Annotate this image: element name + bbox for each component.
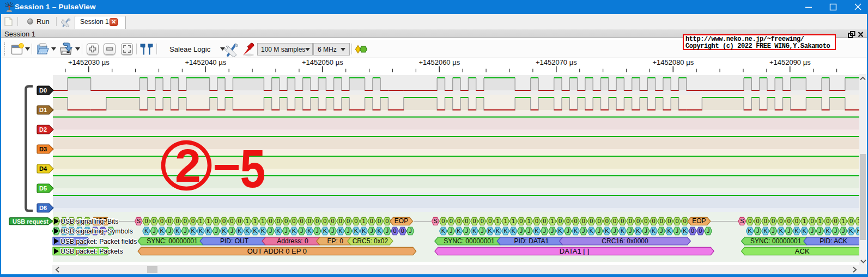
svg-text:K: K bbox=[144, 227, 149, 234]
svg-text:0: 0 bbox=[393, 227, 397, 234]
svg-text:0: 0 bbox=[473, 218, 476, 224]
svg-text:0: 0 bbox=[764, 218, 767, 224]
svg-text:K: K bbox=[779, 227, 784, 234]
svg-text:+1452070 µs: +1452070 µs bbox=[536, 58, 577, 66]
svg-text:K: K bbox=[826, 227, 830, 234]
svg-text:0: 0 bbox=[222, 218, 226, 224]
svg-text:J: J bbox=[818, 227, 822, 234]
svg-text:0: 0 bbox=[441, 218, 445, 224]
svg-text:+1452030 µs: +1452030 µs bbox=[68, 58, 110, 66]
svg-text:0: 0 bbox=[160, 218, 163, 224]
svg-text:0: 0 bbox=[284, 218, 288, 224]
svg-text:0: 0 bbox=[292, 218, 295, 224]
svg-text:USB signalling: Symbols: USB signalling: Symbols bbox=[60, 227, 133, 235]
svg-text:2: 2 bbox=[175, 139, 201, 192]
svg-text:0: 0 bbox=[810, 218, 814, 224]
svg-text:1: 1 bbox=[512, 218, 515, 224]
svg-text:USB packet: Packets: USB packet: Packets bbox=[60, 248, 123, 255]
svg-text:J: J bbox=[300, 227, 304, 234]
svg-text:0: 0 bbox=[168, 218, 171, 224]
svg-text:+1452040 µs: +1452040 µs bbox=[185, 58, 226, 66]
svg-text:1: 1 bbox=[207, 218, 210, 224]
svg-text:0: 0 bbox=[559, 218, 562, 224]
svg-text:0: 0 bbox=[779, 218, 782, 224]
svg-text:D5: D5 bbox=[39, 185, 47, 192]
svg-text:J: J bbox=[527, 227, 531, 234]
svg-text:SYNC: 00000001: SYNC: 00000001 bbox=[147, 237, 198, 245]
svg-text:1: 1 bbox=[246, 218, 249, 224]
svg-text:0: 0 bbox=[582, 218, 585, 224]
svg-text:K: K bbox=[191, 227, 195, 234]
svg-text:0: 0 bbox=[543, 218, 546, 224]
svg-text:J: J bbox=[465, 227, 469, 234]
svg-text:K: K bbox=[472, 227, 477, 234]
svg-text:0: 0 bbox=[597, 218, 600, 224]
svg-text:0: 0 bbox=[660, 218, 663, 224]
svg-text:S: S bbox=[740, 218, 744, 224]
svg-text:+1452080 µs: +1452080 µs bbox=[652, 58, 694, 66]
svg-text:J: J bbox=[582, 227, 585, 234]
svg-text:J: J bbox=[269, 227, 272, 234]
svg-text:K: K bbox=[794, 227, 799, 234]
svg-text:0: 0 bbox=[191, 218, 195, 224]
svg-text:0: 0 bbox=[315, 218, 319, 224]
svg-text:1: 1 bbox=[527, 218, 531, 224]
svg-text:0: 0 bbox=[215, 218, 218, 224]
svg-text:J: J bbox=[811, 227, 814, 234]
svg-text:K: K bbox=[590, 227, 594, 234]
svg-text:K: K bbox=[199, 227, 203, 234]
svg-text:K: K bbox=[175, 227, 180, 234]
svg-text:J: J bbox=[347, 227, 350, 234]
svg-text:K: K bbox=[488, 227, 493, 234]
svg-text:D3: D3 bbox=[39, 146, 47, 152]
svg-text:Address: 0: Address: 0 bbox=[277, 237, 308, 245]
svg-text:0: 0 bbox=[644, 218, 647, 224]
svg-text:0: 0 bbox=[450, 218, 453, 224]
svg-text:K: K bbox=[253, 227, 257, 234]
svg-text:K: K bbox=[362, 227, 366, 234]
svg-text:PID: DATA1: PID: DATA1 bbox=[514, 237, 549, 245]
svg-text:K: K bbox=[207, 227, 211, 234]
svg-text:J: J bbox=[215, 227, 218, 234]
svg-text:1: 1 bbox=[842, 218, 845, 224]
svg-text:D0: D0 bbox=[39, 87, 47, 94]
svg-text:J: J bbox=[707, 227, 710, 234]
svg-text:CRC5: 0x02: CRC5: 0x02 bbox=[353, 237, 389, 245]
svg-text:+1452060 µs: +1452060 µs bbox=[418, 58, 460, 66]
svg-text:J: J bbox=[566, 227, 569, 234]
svg-text:0: 0 bbox=[613, 218, 616, 224]
svg-text:ACK: ACK bbox=[795, 247, 810, 255]
svg-text:0: 0 bbox=[269, 218, 272, 224]
svg-text:0: 0 bbox=[308, 218, 311, 224]
svg-text:K: K bbox=[377, 227, 381, 234]
svg-text:K: K bbox=[535, 227, 539, 234]
svg-text:PID: OUT: PID: OUT bbox=[220, 237, 249, 245]
svg-text:0: 0 bbox=[535, 218, 538, 224]
svg-text:K: K bbox=[652, 227, 656, 234]
svg-text:S: S bbox=[433, 218, 437, 224]
svg-text:J: J bbox=[284, 227, 288, 234]
svg-text:D4: D4 bbox=[39, 165, 47, 172]
svg-text:1: 1 bbox=[551, 218, 554, 224]
svg-text:CRC16: 0x0000: CRC16: 0x0000 bbox=[602, 237, 648, 245]
svg-text:1: 1 bbox=[261, 218, 264, 224]
svg-text:+1452050 µs: +1452050 µs bbox=[302, 58, 343, 66]
svg-text:K: K bbox=[160, 227, 164, 234]
svg-text:K: K bbox=[292, 227, 296, 234]
svg-text:J: J bbox=[543, 227, 547, 234]
svg-text:K: K bbox=[338, 227, 343, 234]
svg-text:1: 1 bbox=[496, 218, 499, 224]
svg-text:J: J bbox=[598, 227, 601, 234]
svg-text:K: K bbox=[441, 227, 446, 234]
svg-text:SYNC: 00000001: SYNC: 00000001 bbox=[750, 237, 802, 245]
svg-text:K: K bbox=[605, 227, 609, 234]
svg-text:0: 0 bbox=[145, 218, 148, 224]
svg-text:J: J bbox=[772, 227, 775, 234]
svg-text:0: 0 bbox=[176, 218, 179, 224]
svg-text:S: S bbox=[137, 218, 141, 224]
svg-text:K: K bbox=[496, 227, 500, 234]
svg-text:0: 0 bbox=[401, 227, 404, 234]
svg-text:0: 0 bbox=[826, 218, 829, 224]
svg-text:D6: D6 bbox=[39, 205, 47, 211]
svg-text:0: 0 bbox=[748, 218, 751, 224]
